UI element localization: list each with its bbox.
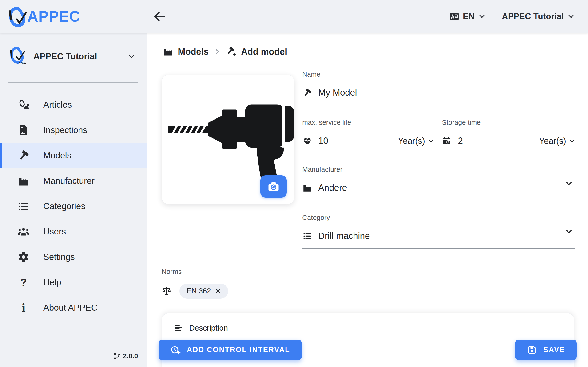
sidebar-item-inspections[interactable]: Inspections xyxy=(0,117,147,143)
norms-input[interactable]: EN 362 ✕ xyxy=(162,284,574,307)
manufacturer-value: Andere xyxy=(318,183,347,193)
app-logo-text: APPEC xyxy=(27,8,80,25)
sidebar-item-categories[interactable]: Categories xyxy=(0,194,147,219)
service-life-label: max. service life xyxy=(302,119,434,126)
add-control-interval-label: ADD CONTROL INTERVAL xyxy=(187,346,290,354)
clock-plus-icon xyxy=(170,345,181,355)
sidebar-item-models[interactable]: Models xyxy=(0,143,147,168)
camera-sync-icon xyxy=(267,180,281,194)
back-arrow-icon[interactable] xyxy=(152,9,166,24)
category-label: Category xyxy=(302,214,575,222)
model-image-card xyxy=(162,75,294,204)
breadcrumb: Models Add model xyxy=(163,47,287,57)
list-icon xyxy=(302,231,312,241)
articles-icon xyxy=(17,98,30,111)
category-select[interactable]: Drill machine xyxy=(302,231,575,249)
main-content: Models Add model xyxy=(147,33,588,367)
sidebar-item-label: Settings xyxy=(43,252,75,262)
scale-icon xyxy=(162,286,172,296)
chevron-right-icon xyxy=(213,48,221,56)
name-value: My Model xyxy=(318,88,357,98)
category-field: Category Drill machine xyxy=(302,214,575,249)
chevron-down-icon[interactable] xyxy=(565,179,573,188)
top-header: APPEC EN APPEC Tutorial xyxy=(0,0,588,33)
users-icon xyxy=(17,225,30,238)
sidebar-item-label: Models xyxy=(43,150,71,160)
hammer-icon xyxy=(17,149,30,162)
breadcrumb-current: Add model xyxy=(241,47,287,57)
language-selector[interactable]: EN xyxy=(449,11,486,22)
service-life-input[interactable]: 10 Year(s) xyxy=(302,136,434,153)
storage-time-field: Storage time 2 Year(s) xyxy=(442,119,576,153)
sidebar-item-users[interactable]: Users xyxy=(0,219,147,244)
service-life-unit-select[interactable]: Year(s) xyxy=(398,136,434,146)
sidebar-item-label: About APPEC xyxy=(43,303,97,313)
save-button[interactable]: SAVE xyxy=(515,340,577,360)
sidebar-item-label: Users xyxy=(43,227,66,237)
chevron-down-icon[interactable] xyxy=(565,227,573,236)
sidebar-item-articles[interactable]: Articles xyxy=(0,92,147,117)
chevron-down-icon xyxy=(427,137,434,144)
app-version: 2.0.0 xyxy=(113,352,138,360)
git-branch-icon xyxy=(113,352,121,360)
factory-icon xyxy=(302,183,312,193)
storage-time-input[interactable]: 2 Year(s) xyxy=(442,136,576,153)
version-label: 2.0.0 xyxy=(123,352,138,360)
info-icon: i xyxy=(17,301,30,314)
hammer-plus-icon xyxy=(226,47,236,57)
question-mark-icon: ? xyxy=(17,276,30,289)
gear-icon xyxy=(17,250,30,264)
service-life-unit: Year(s) xyxy=(398,136,425,146)
norm-chip: EN 362 ✕ xyxy=(180,284,228,299)
sidebar-item-label: Categories xyxy=(43,201,85,211)
service-life-value: 10 xyxy=(318,136,392,146)
header-controls: EN APPEC Tutorial xyxy=(449,11,588,22)
factory-icon xyxy=(163,47,173,57)
sidebar-item-label: Articles xyxy=(43,100,72,110)
category-value: Drill machine xyxy=(318,231,370,241)
norms-field: Norms EN 362 ✕ xyxy=(162,268,574,307)
chevron-down-icon xyxy=(569,137,576,144)
breadcrumb-models-link[interactable]: Models xyxy=(178,47,209,57)
factory-icon xyxy=(17,174,30,187)
sidebar-item-help[interactable]: ? Help xyxy=(0,270,147,295)
storage-time-label: Storage time xyxy=(442,119,576,126)
norm-chip-label: EN 362 xyxy=(187,287,211,295)
chevron-down-icon xyxy=(567,12,575,20)
sidebar-item-about[interactable]: i About APPEC xyxy=(0,295,147,320)
manufacturer-select[interactable]: Andere xyxy=(302,183,575,200)
hammer-icon xyxy=(302,88,312,98)
add-control-interval-button[interactable]: ADD CONTROL INTERVAL xyxy=(158,340,302,360)
workspace-title: APPEC Tutorial xyxy=(33,51,97,61)
manufacturer-field: Manufacturer Andere xyxy=(302,166,575,200)
language-icon xyxy=(449,11,459,22)
heart-pulse-icon xyxy=(302,136,312,146)
svg-text:APPEC: APPEC xyxy=(16,61,26,65)
sidebar-item-label: Inspections xyxy=(43,125,87,135)
account-menu[interactable]: APPEC Tutorial xyxy=(502,11,575,21)
sidebar-item-manufacturer[interactable]: Manufacturer xyxy=(0,168,147,194)
service-life-field: max. service life 10 Year(s) xyxy=(302,119,434,153)
name-label: Name xyxy=(302,70,575,78)
chevron-down-icon xyxy=(127,52,136,61)
manufacturer-label: Manufacturer xyxy=(302,166,575,173)
norms-label: Norms xyxy=(162,268,574,275)
sidebar-item-label: Help xyxy=(43,277,61,287)
app-window: APPEC EN APPEC Tutorial xyxy=(0,0,588,367)
calendar-clock-icon xyxy=(442,136,452,146)
change-image-button[interactable] xyxy=(260,175,287,198)
workspace-switcher[interactable]: APPEC APPEC Tutorial xyxy=(0,33,147,68)
sidebar: APPEC APPEC Tutorial Articles xyxy=(0,33,147,367)
storage-time-unit-select[interactable]: Year(s) xyxy=(539,136,576,146)
save-icon xyxy=(527,345,537,355)
chevron-down-icon xyxy=(478,12,486,20)
remove-norm-icon[interactable]: ✕ xyxy=(215,288,221,295)
storage-time-unit: Year(s) xyxy=(539,136,566,146)
name-input[interactable]: My Model xyxy=(302,88,575,105)
account-label: APPEC Tutorial xyxy=(502,11,564,21)
description-header[interactable]: Description xyxy=(162,313,574,333)
list-icon xyxy=(17,200,30,213)
name-field: Name My Model xyxy=(302,70,575,105)
carabiner-logo-icon xyxy=(7,5,29,28)
sidebar-item-settings[interactable]: Settings xyxy=(0,244,147,270)
